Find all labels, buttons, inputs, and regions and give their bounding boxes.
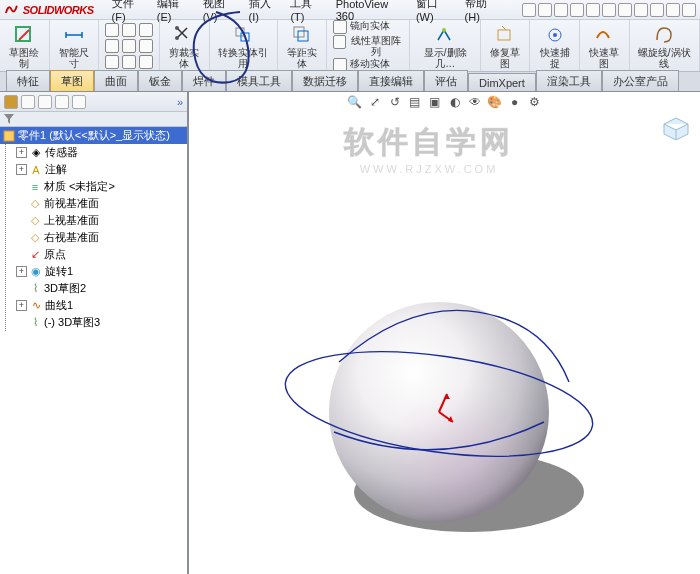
tree-tab-property-icon[interactable] xyxy=(21,95,35,109)
convert-icon xyxy=(231,23,255,47)
feature-tree-pane: » 零件1 (默认<<默认>_显示状态) +◈传感器 +A注解 ≡材质 <未指定… xyxy=(0,92,189,574)
tree-3dsketch3[interactable]: ⌇(-) 3D草图3 xyxy=(14,314,187,331)
ribbon-display[interactable]: 显示/删除几… xyxy=(410,20,480,71)
tree-tab-config-icon[interactable] xyxy=(38,95,52,109)
quick-access-bar xyxy=(522,3,696,17)
tab-sketch[interactable]: 草图 xyxy=(50,70,94,91)
ribbon-sketch[interactable]: 草图绘制 xyxy=(0,20,50,71)
feature-tree[interactable]: 零件1 (默认<<默认>_显示状态) +◈传感器 +A注解 ≡材质 <未指定> … xyxy=(0,127,187,574)
ribbon-quicksnap[interactable]: 快速捕捉 xyxy=(530,20,580,71)
ribbon-smartdim[interactable]: 智能尺寸 xyxy=(50,20,100,71)
svg-rect-6 xyxy=(298,31,308,41)
text-icon[interactable] xyxy=(139,39,153,53)
plane-icon: ◇ xyxy=(28,214,42,228)
tree-right-plane[interactable]: ◇右视基准面 xyxy=(14,229,187,246)
tab-datamigr[interactable]: 数据迁移 xyxy=(292,70,358,91)
tree-tab-display-icon[interactable] xyxy=(72,95,86,109)
expand-icon[interactable]: + xyxy=(16,300,27,311)
ellipse-icon[interactable] xyxy=(139,55,153,69)
snap-icon xyxy=(543,23,567,47)
svg-point-2 xyxy=(175,36,179,40)
sensor-icon: ◈ xyxy=(29,146,43,160)
tab-evaluate[interactable]: 评估 xyxy=(424,70,468,91)
redo-icon[interactable] xyxy=(602,3,616,17)
undo-icon[interactable] xyxy=(586,3,600,17)
annotation-icon: A xyxy=(29,163,43,177)
spiral-icon xyxy=(652,23,676,47)
rebuild-icon[interactable] xyxy=(634,3,648,17)
view-cube[interactable] xyxy=(660,116,692,140)
tab-dimxpert[interactable]: DimXpert xyxy=(468,73,536,91)
svg-point-10 xyxy=(553,33,557,37)
svg-rect-5 xyxy=(294,27,304,37)
part-icon xyxy=(2,129,16,143)
tab-office[interactable]: 办公室产品 xyxy=(602,70,679,91)
tree-filter[interactable] xyxy=(0,112,187,127)
options-icon[interactable] xyxy=(650,3,664,17)
curve-icon: ∿ xyxy=(29,299,43,313)
expand-icon[interactable]: + xyxy=(16,164,27,175)
tree-front-plane[interactable]: ◇前视基准面 xyxy=(14,195,187,212)
circle-icon[interactable] xyxy=(122,23,136,37)
print-icon[interactable] xyxy=(570,3,584,17)
revolve-icon: ◉ xyxy=(29,265,43,279)
tree-top-plane[interactable]: ◇上视基准面 xyxy=(14,212,187,229)
app-name: SOLIDWORKS xyxy=(23,4,94,16)
offset-icon xyxy=(290,23,314,47)
open-icon[interactable] xyxy=(538,3,552,17)
tab-sheetmetal[interactable]: 钣金 xyxy=(138,70,182,91)
expand-icon[interactable]: + xyxy=(16,147,27,158)
settings-icon[interactable] xyxy=(666,3,680,17)
plane-icon: ◇ xyxy=(28,231,42,245)
new-icon[interactable] xyxy=(522,3,536,17)
menu-photoview[interactable]: PhotoView 360 xyxy=(332,0,408,22)
ribbon-trim[interactable]: 剪裁实体 xyxy=(160,20,210,71)
tab-moldtools[interactable]: 模具工具 xyxy=(226,70,292,91)
tab-surface[interactable]: 曲面 xyxy=(94,70,138,91)
tab-directedit[interactable]: 直接编辑 xyxy=(358,70,424,91)
material-icon: ≡ xyxy=(28,180,42,194)
tree-origin[interactable]: ↙原点 xyxy=(14,246,187,263)
tree-tab-feature-icon[interactable] xyxy=(4,95,18,109)
tree-root[interactable]: 零件1 (默认<<默认>_显示状态) xyxy=(0,127,187,144)
line-icon[interactable] xyxy=(105,23,119,37)
tree-chevron-icon[interactable]: » xyxy=(177,96,183,108)
save-icon[interactable] xyxy=(554,3,568,17)
tree-revolve1[interactable]: +◉旋转1 xyxy=(14,263,187,280)
dimension-icon xyxy=(62,23,86,47)
ribbon-rapidsketch[interactable]: 快速草图 xyxy=(580,20,630,71)
tree-material[interactable]: ≡材质 <未指定> xyxy=(14,178,187,195)
ribbon-offset[interactable]: 等距实体 xyxy=(278,20,328,71)
ribbon-pattern: 镜向实体 线性草图阵列 移动实体 xyxy=(327,20,410,71)
tab-rendertools[interactable]: 渲染工具 xyxy=(536,70,602,91)
rect-icon[interactable] xyxy=(105,39,119,53)
tab-weldment[interactable]: 焊件 xyxy=(182,70,226,91)
help-icon[interactable] xyxy=(682,3,696,17)
tree-tab-dimxpert-icon[interactable] xyxy=(55,95,69,109)
rapid-icon xyxy=(592,23,616,47)
spline-icon[interactable] xyxy=(139,23,153,37)
svg-rect-11 xyxy=(4,131,14,141)
repair-icon xyxy=(493,23,517,47)
ribbon-spiral[interactable]: 螺旋线/涡状线 xyxy=(630,20,700,71)
expand-icon[interactable]: + xyxy=(16,266,27,277)
select-icon[interactable] xyxy=(618,3,632,17)
tree-3dsketch2[interactable]: ⌇3D草图2 xyxy=(14,280,187,297)
linear-icon[interactable] xyxy=(333,35,346,49)
tree-curve1[interactable]: +∿曲线1 xyxy=(14,297,187,314)
tree-annotations[interactable]: +A注解 xyxy=(14,161,187,178)
mirror-icon[interactable] xyxy=(333,20,347,34)
ribbon-drawtools xyxy=(99,20,160,71)
tab-feature[interactable]: 特征 xyxy=(6,70,50,91)
tree-sensors[interactable]: +◈传感器 xyxy=(14,144,187,161)
tree-toolbar: » xyxy=(0,92,187,112)
ribbon-repair[interactable]: 修复草图 xyxy=(481,20,531,71)
arc-icon[interactable] xyxy=(122,39,136,53)
ribbon: 草图绘制 智能尺寸 剪裁实体 转 xyxy=(0,20,700,72)
graphics-viewport[interactable]: 🔍 ⤢ ↺ ▤ ▣ ◐ 👁 🎨 ● ⚙ 软件自学网 WWW.RJZXW.COM xyxy=(189,92,700,574)
svg-point-7 xyxy=(442,28,446,32)
scene-svg xyxy=(189,92,700,574)
ribbon-convert[interactable]: 转换实体引用 xyxy=(210,20,278,71)
point-icon[interactable] xyxy=(105,55,119,69)
poly-icon[interactable] xyxy=(122,55,136,69)
